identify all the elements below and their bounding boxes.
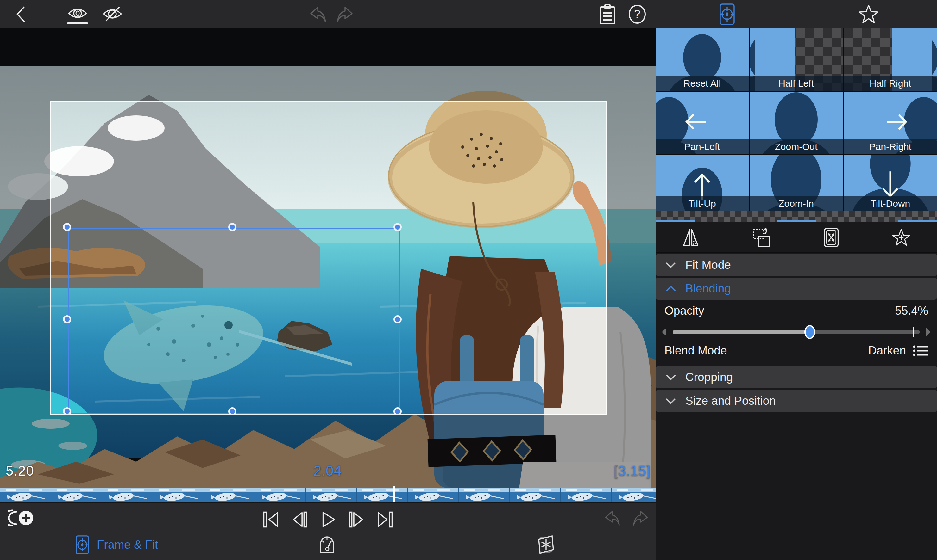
section-label: Fit Mode (685, 258, 731, 272)
timecode-remaining: [3.15] (614, 463, 650, 479)
handle-bottom-left[interactable] (63, 407, 71, 415)
opacity-slider-track[interactable] (673, 330, 920, 334)
skip-to-start-button[interactable] (262, 510, 280, 529)
redo-button[interactable] (334, 0, 357, 28)
film-frame[interactable] (509, 488, 560, 502)
preset-zoom-in[interactable]: Zoom-In (750, 155, 843, 211)
blend-mode-list-icon[interactable] (913, 345, 928, 357)
playhead[interactable] (394, 486, 395, 505)
preset-half-right[interactable]: Half Right (844, 28, 937, 91)
preset-pan-left[interactable]: Pan-Left (656, 92, 749, 154)
favorite-icon[interactable] (857, 0, 881, 28)
film-frame[interactable] (357, 488, 408, 502)
frame-target-mode-icon[interactable] (716, 0, 738, 28)
frame-fit-panel: Reset All Half Left Half Right Pan-Left … (656, 28, 937, 560)
opacity-slider (660, 323, 932, 342)
page-bar (777, 220, 816, 222)
step-back-button[interactable] (290, 510, 308, 529)
svg-text:?: ? (634, 8, 641, 20)
frame-toolbar (656, 222, 937, 253)
handle-top-left[interactable] (63, 223, 71, 231)
slider-decrement-arrow[interactable] (660, 327, 668, 337)
dim-top (0, 28, 656, 101)
film-frame[interactable] (459, 488, 509, 502)
handle-bottom-right[interactable] (394, 407, 402, 415)
film-frame[interactable] (51, 488, 102, 502)
chevron-down-icon (664, 397, 677, 405)
favorite-add-icon[interactable] (892, 228, 911, 247)
blend-mode-label: Blend Mode (664, 344, 727, 357)
film-frame[interactable] (204, 488, 255, 502)
preset-grid: Reset All Half Left Half Right Pan-Left … (656, 28, 937, 211)
preset-reset-all[interactable]: Reset All (656, 28, 749, 91)
preset-tilt-down[interactable]: Tilt-Down (844, 155, 937, 211)
selected-underline (67, 22, 88, 24)
preview-visible-icon[interactable] (65, 0, 90, 28)
tab-frame-fit[interactable]: Frame & Fit (75, 535, 158, 555)
section-blending[interactable]: Blending (656, 278, 937, 300)
handle-top-right[interactable] (394, 223, 402, 231)
preset-label: Pan-Right (844, 140, 937, 154)
transport-controls (262, 508, 394, 531)
handle-mid-left[interactable] (63, 315, 71, 323)
flip-horizontal-icon[interactable] (682, 227, 699, 248)
redo-button-bottom[interactable] (632, 510, 650, 526)
opacity-value: 55.4% (895, 304, 928, 317)
film-frame[interactable] (306, 488, 357, 502)
handle-top-center[interactable] (228, 223, 236, 231)
help-icon[interactable]: ? (626, 0, 648, 28)
preset-pan-right[interactable]: Pan-Right (844, 92, 937, 154)
page-bar (656, 220, 695, 222)
slider-increment-arrow[interactable] (924, 327, 932, 337)
tab-effects[interactable] (535, 534, 556, 555)
opacity-slider-thumb[interactable] (804, 325, 815, 339)
video-preview: 5.20 2.04 [3.15] (0, 28, 656, 488)
top-toolbar: ? (0, 0, 937, 28)
handle-bottom-center[interactable] (228, 407, 236, 415)
film-frame[interactable] (611, 488, 656, 502)
play-button[interactable] (319, 510, 337, 529)
film-frame[interactable] (255, 488, 306, 502)
preset-page-indicator[interactable] (656, 211, 937, 222)
preset-label: Reset All (656, 76, 749, 91)
filmstrip-timeline[interactable] (0, 488, 656, 502)
undo-button-bottom[interactable] (603, 510, 621, 526)
film-frame[interactable] (102, 488, 153, 502)
preset-label: Half Right (844, 76, 937, 91)
rotate-icon[interactable] (752, 227, 771, 248)
preset-half-left[interactable]: Half Left (750, 28, 843, 91)
preview-hidden-icon[interactable] (100, 0, 125, 28)
section-label: Size and Position (685, 394, 776, 408)
opacity-slider-fill (673, 330, 810, 334)
undo-button[interactable] (306, 0, 329, 28)
section-size-position[interactable]: Size and Position (656, 390, 937, 412)
blend-mode-value: Darken (868, 344, 906, 357)
preset-label: Zoom-Out (750, 140, 843, 154)
opacity-label: Opacity (664, 304, 704, 317)
dim-left (0, 101, 50, 415)
chevron-down-icon (664, 373, 677, 382)
frame-fit-tab-label: Frame & Fit (97, 538, 158, 551)
frame-fit-tab-icon (75, 535, 89, 555)
overlay-selection-rect[interactable] (68, 228, 400, 414)
skip-to-end-button[interactable] (376, 510, 394, 529)
preset-label: Half Left (750, 76, 843, 91)
keyframe-add-icon[interactable] (8, 509, 34, 527)
film-frame[interactable] (153, 488, 204, 502)
handle-mid-right[interactable] (394, 315, 402, 323)
film-frame[interactable] (408, 488, 459, 502)
fill-frame-icon[interactable] (823, 227, 840, 248)
tab-speed[interactable] (317, 534, 337, 555)
film-frame[interactable] (0, 488, 51, 502)
blend-mode-control[interactable]: Blend Mode Darken (664, 344, 928, 357)
chevron-down-icon (664, 261, 677, 269)
bottom-toolbar: Frame & Fit (0, 502, 656, 560)
preset-tilt-up[interactable]: Tilt-Up (656, 155, 749, 211)
step-forward-button[interactable] (347, 510, 365, 529)
preset-zoom-out[interactable]: Zoom-Out (750, 92, 843, 154)
section-fit-mode[interactable]: Fit Mode (656, 254, 937, 276)
clipboard-icon[interactable] (596, 0, 619, 28)
film-frame[interactable] (560, 488, 611, 502)
section-cropping[interactable]: Cropping (656, 366, 937, 388)
back-button[interactable] (11, 0, 30, 28)
